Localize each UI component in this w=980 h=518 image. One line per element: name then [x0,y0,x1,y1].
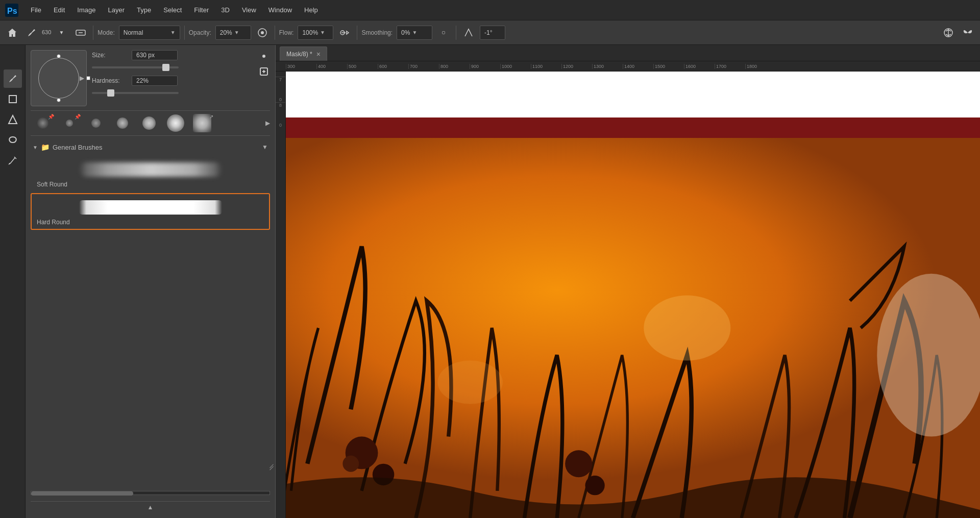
size-slider-track[interactable] [92,66,179,68]
svg-point-4 [261,31,264,34]
hardness-row: Hardness: [92,76,253,86]
opacity-value[interactable]: 20% ▼ [215,26,251,40]
brush-handle-top[interactable] [57,54,61,58]
canvas-white-area [286,72,980,117]
lasso-tool[interactable] [4,131,22,149]
ruler-300: 300 [286,64,316,69]
svg-point-16 [565,450,592,477]
panel-gear-button[interactable] [258,50,270,62]
vruler-0b: 0 [276,123,285,128]
svg-point-17 [585,476,604,495]
size-input[interactable] [132,50,178,60]
hard-round-label: Hard Round [37,219,70,226]
hard-round-stroke [79,200,222,215]
menu-edit[interactable]: Edit [48,4,70,16]
airbrush-button[interactable] [336,25,353,41]
hardness-input[interactable] [132,76,178,86]
document-tab[interactable]: Mask/8) * × [280,46,327,61]
separator-4 [357,26,357,40]
preset-pin-icon: 📌 [48,114,54,120]
hard-round-preview [37,197,264,218]
preset-brush-7[interactable]: ↗ [190,113,214,133]
brush-size-display: 630 [42,30,51,35]
ruler-marks: 300 400 500 600 700 800 900 1000 1100 12… [286,64,776,69]
mode-dropdown-arrow: ▼ [170,30,176,35]
symmetry-button[interactable] [940,25,957,41]
canvas-content[interactable] [286,72,980,518]
flow-arrow: ▼ [320,30,325,35]
soft-round-label: Soft Round [37,181,67,188]
brush-settings-button[interactable] [72,25,89,41]
menu-view[interactable]: View [237,4,261,16]
soft-round-brush[interactable]: Soft Round [31,155,270,192]
ruler-1500: 1500 [653,64,684,69]
presets-more-arrow[interactable]: ▶ [265,120,270,127]
preset-brush-1[interactable]: 📌 [31,113,55,133]
home-button[interactable] [4,25,20,41]
vruler-8: 8 [276,102,285,123]
menu-select[interactable]: Select [158,4,187,16]
ps-logo: Ps [4,3,19,18]
menu-bar: Ps File Edit Image Layer Type Select Fil… [0,0,980,20]
butterfly-button[interactable] [960,25,976,41]
polygon-tool[interactable] [4,110,22,129]
angle-button[interactable] [460,25,477,41]
hard-round-brush[interactable]: Hard Round [31,193,270,230]
preset-brush-5[interactable] [137,113,161,133]
preset-arrow-icon: ↗ [209,114,213,120]
brush-handle-right[interactable] [86,76,90,80]
rectangle-tool[interactable] [4,90,22,108]
ruler-600: 600 [378,64,408,69]
pen-tool[interactable] [4,151,22,170]
brush-panel-bottom [31,489,270,497]
mode-dropdown[interactable]: Normal ▼ [119,26,180,40]
menu-help[interactable]: Help [299,4,323,16]
preset-pin-icon-2: 📌 [75,114,81,120]
smoothing-label: Smoothing: [361,29,393,36]
menu-type[interactable]: Type [132,4,156,16]
brush-preview-area: ▶ Size: Hardness: [31,50,270,106]
brush-arrow-icon[interactable]: ▶ [80,75,84,82]
menu-file[interactable]: File [26,4,46,16]
smoothing-settings-button[interactable] [435,25,452,41]
painting-svg [286,138,980,518]
ruler-1000: 1000 [500,64,531,69]
ruler-700: 700 [408,64,439,69]
menu-window[interactable]: Window [263,4,297,16]
hardness-slider-thumb[interactable] [107,89,114,97]
menu-3d[interactable]: 3D [216,4,235,16]
folder-label: General Brushes [53,144,103,151]
brush-tool-button[interactable] [23,25,40,41]
canvas-painting [286,138,980,518]
opacity-label: Opacity: [189,29,211,36]
size-label: Size: [92,52,128,59]
general-brushes-folder[interactable]: ▼ 📁 General Brushes ▼ [31,140,270,154]
svg-text:Ps: Ps [7,7,17,15]
svg-point-6 [443,31,445,34]
brush-dropdown-button[interactable]: ▼ [53,25,69,41]
brush-tool[interactable] [4,69,22,88]
preset-brush-4[interactable] [110,113,135,133]
soft-round-preview [37,159,264,180]
hardness-slider-track[interactable] [92,92,179,94]
tab-bar: Mask/8) * × [276,45,980,61]
preset-brush-3[interactable] [84,113,108,133]
pressure-button[interactable] [254,25,271,41]
folder-scroll-arrow[interactable]: ▼ [262,144,268,151]
brush-handle-bottom[interactable] [57,98,61,102]
preset-brush-2[interactable]: 📌 [57,113,82,133]
smoothing-value[interactable]: 0% ▼ [397,26,432,40]
brush-scrollbar[interactable] [31,491,270,495]
size-slider-thumb[interactable] [162,64,169,71]
menu-layer[interactable]: Layer [103,4,130,16]
tab-close-button[interactable]: × [316,50,321,58]
preset-brush-6[interactable] [163,113,188,133]
panel-add-button[interactable] [258,65,270,78]
flow-value[interactable]: 100% ▼ [298,26,333,40]
menu-filter[interactable]: Filter [189,4,214,16]
menu-image[interactable]: Image [72,4,101,16]
panel-up-button[interactable]: ▲ [148,504,154,511]
ruler-1700: 1700 [715,64,745,69]
move-tool[interactable] [4,49,22,67]
angle-value[interactable]: -1° [480,26,505,40]
